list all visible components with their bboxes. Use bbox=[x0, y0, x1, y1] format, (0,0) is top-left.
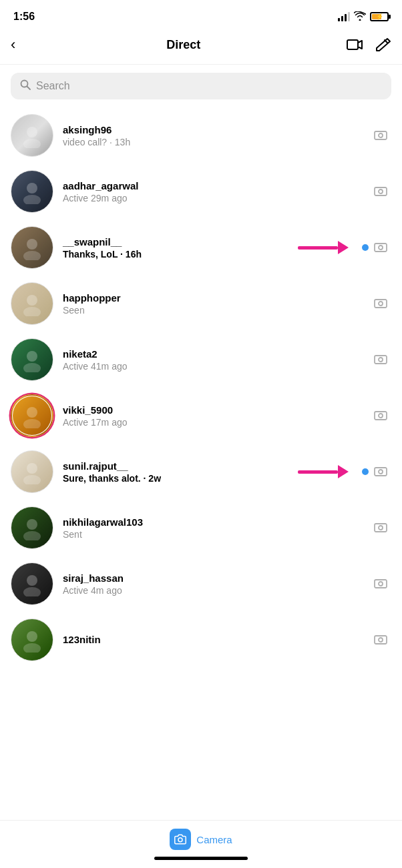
svg-point-30 bbox=[379, 582, 383, 586]
camera-icon-button[interactable] bbox=[374, 239, 391, 256]
svg-point-9 bbox=[379, 189, 383, 193]
svg-point-12 bbox=[379, 246, 383, 250]
list-item[interactable]: __swapnil__Thanks, LoL · 16h bbox=[0, 220, 402, 276]
conv-subtext: Active 41m ago bbox=[63, 361, 369, 372]
conv-username: siraj_hassan bbox=[63, 572, 369, 584]
camera-icon-button[interactable] bbox=[374, 295, 391, 312]
avatar bbox=[11, 618, 53, 661]
unread-dot bbox=[362, 244, 369, 251]
list-item[interactable]: aadhar_agarwalActive 29m ago bbox=[0, 163, 402, 220]
conv-username: __swapnil__ bbox=[63, 236, 357, 248]
camera-bottom-icon bbox=[170, 829, 191, 850]
conv-subtext: Active 17m ago bbox=[63, 417, 369, 428]
svg-point-28 bbox=[27, 575, 37, 586]
status-time: 1:56 bbox=[13, 11, 35, 23]
list-item[interactable]: siraj_hassanActive 4m ago bbox=[0, 556, 402, 612]
camera-icon-button[interactable] bbox=[374, 575, 391, 592]
camera-icon-button[interactable] bbox=[374, 183, 391, 200]
avatar bbox=[11, 450, 53, 493]
avatar bbox=[11, 338, 53, 381]
conv-username: aadhar_agarwal bbox=[63, 180, 369, 191]
list-item[interactable]: niketa2Active 41m ago bbox=[0, 332, 402, 388]
svg-point-31 bbox=[27, 631, 37, 642]
status-bar: 1:56 ⚡ bbox=[0, 0, 402, 29]
conversation-list: aksingh96video call? · 13h aadhar_agarwa… bbox=[0, 107, 402, 668]
svg-point-6 bbox=[379, 133, 383, 137]
conv-subtext: video call? · 13h bbox=[63, 137, 369, 147]
list-item[interactable]: nikhilagarwal103Sent bbox=[0, 500, 402, 556]
svg-point-33 bbox=[379, 638, 383, 642]
svg-point-25 bbox=[27, 519, 37, 530]
video-call-button[interactable] bbox=[346, 36, 363, 53]
avatar bbox=[11, 506, 53, 549]
new-message-button[interactable] bbox=[374, 36, 391, 53]
conv-subtext: Seen bbox=[63, 305, 369, 316]
list-item[interactable]: 123nitin bbox=[0, 612, 402, 668]
header: ‹ Direct bbox=[0, 29, 402, 65]
camera-bottom-label: Camera bbox=[196, 834, 232, 845]
conv-subtext: Sent bbox=[63, 529, 369, 540]
page-title: Direct bbox=[166, 38, 200, 52]
svg-point-19 bbox=[27, 407, 37, 418]
conv-subtext: Thanks, LoL · 16h bbox=[63, 249, 357, 260]
conv-username: 123nitin bbox=[63, 634, 369, 645]
camera-icon-button[interactable] bbox=[374, 351, 391, 368]
svg-rect-0 bbox=[347, 40, 358, 49]
svg-point-15 bbox=[379, 302, 383, 306]
list-item[interactable]: happhopperSeen bbox=[0, 276, 402, 332]
conv-username: vikki_5900 bbox=[63, 404, 369, 416]
avatar bbox=[11, 114, 53, 157]
list-item[interactable]: vikki_5900Active 17m ago bbox=[0, 388, 402, 444]
conv-username: sunil.rajput__ bbox=[63, 460, 357, 472]
svg-point-11 bbox=[23, 251, 41, 260]
search-icon bbox=[20, 79, 31, 93]
svg-point-7 bbox=[27, 183, 37, 193]
svg-point-4 bbox=[27, 127, 37, 137]
status-icons: ⚡ bbox=[338, 11, 389, 23]
camera-bottom-button[interactable]: Camera bbox=[170, 821, 232, 854]
svg-point-29 bbox=[23, 587, 41, 596]
svg-point-20 bbox=[23, 419, 41, 428]
camera-icon-button[interactable] bbox=[374, 631, 391, 648]
svg-point-10 bbox=[27, 239, 37, 250]
avatar bbox=[11, 226, 53, 269]
unread-dot bbox=[362, 468, 369, 475]
camera-icon-button[interactable] bbox=[374, 127, 391, 144]
list-item[interactable]: sunil.rajput__Sure, thanks alot. · 2w bbox=[0, 444, 402, 500]
home-indicator bbox=[154, 857, 248, 860]
svg-point-26 bbox=[23, 531, 41, 540]
conv-subtext: Sure, thanks alot. · 2w bbox=[63, 473, 357, 484]
svg-marker-1 bbox=[358, 41, 362, 49]
svg-point-17 bbox=[23, 363, 41, 372]
svg-point-34 bbox=[178, 838, 182, 842]
conv-username: niketa2 bbox=[63, 348, 369, 360]
conv-subtext: Active 4m ago bbox=[63, 585, 369, 596]
svg-line-3 bbox=[27, 87, 31, 90]
svg-point-22 bbox=[27, 463, 37, 474]
search-container: Search bbox=[0, 65, 402, 107]
search-bar[interactable]: Search bbox=[11, 73, 391, 99]
battery-icon: ⚡ bbox=[370, 12, 389, 21]
avatar bbox=[11, 282, 53, 325]
camera-icon-button[interactable] bbox=[374, 463, 391, 480]
avatar bbox=[11, 170, 53, 213]
back-button[interactable]: ‹ bbox=[11, 33, 21, 56]
svg-point-24 bbox=[379, 470, 383, 474]
wifi-icon bbox=[354, 11, 366, 23]
conv-username: happhopper bbox=[63, 292, 369, 304]
svg-point-32 bbox=[23, 643, 41, 653]
svg-point-16 bbox=[27, 351, 37, 362]
avatar bbox=[11, 562, 53, 605]
signal-icon bbox=[338, 12, 350, 21]
list-item[interactable]: aksingh96video call? · 13h bbox=[0, 107, 402, 163]
camera-icon-button[interactable] bbox=[374, 407, 391, 424]
conv-username: nikhilagarwal103 bbox=[63, 516, 369, 528]
svg-point-18 bbox=[379, 358, 383, 362]
svg-point-5 bbox=[23, 139, 41, 148]
svg-point-21 bbox=[379, 414, 383, 418]
avatar bbox=[11, 394, 53, 437]
search-placeholder: Search bbox=[36, 80, 70, 92]
header-icons bbox=[346, 36, 391, 53]
camera-icon-button[interactable] bbox=[374, 519, 391, 536]
svg-point-8 bbox=[23, 195, 41, 204]
